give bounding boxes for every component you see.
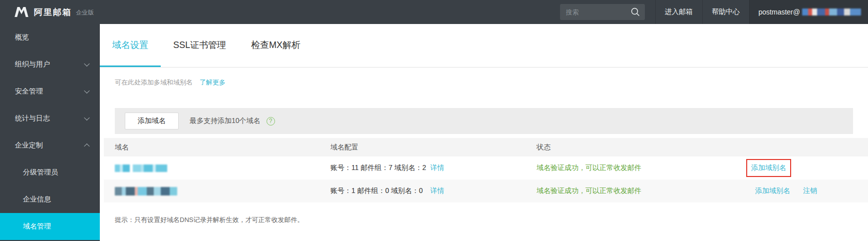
table-row: 账号：11 邮件组：7 域别名：2 详情 域名验证成功，可以正常收发邮件 添加域… (104, 156, 868, 180)
search-icon[interactable] (630, 7, 640, 17)
details-link[interactable]: 详情 (430, 186, 444, 194)
sidebar: 概览 组织与用户 安全管理 统计与日志 企业定制 分级管理员 企业信息 域名管理 (0, 24, 100, 241)
account-email-prefix: postmaster@ (759, 8, 800, 16)
sidebar-item-domain-management[interactable]: 域名管理 (0, 213, 100, 240)
help-center-link[interactable]: 帮助中心 (702, 0, 749, 24)
header-domain-config: 域名配置 (330, 143, 537, 152)
domain-config-summary: 账号：11 邮件组：7 域别名：2 (330, 164, 428, 172)
status-text: 域名验证成功，可以正常收发邮件 (537, 164, 641, 172)
header-domain: 域名 (104, 143, 330, 152)
help-question-icon[interactable]: ? (267, 117, 275, 126)
tab-bar: 域名设置 SSL证书管理 检查MX解析 (100, 24, 868, 68)
details-link[interactable]: 详情 (430, 164, 444, 172)
chevron-down-icon (84, 115, 89, 120)
sidebar-item-overview[interactable]: 概览 (0, 24, 100, 51)
domain-config-summary: 账号：1 邮件组：0 域别名：0 (330, 186, 428, 196)
sidebar-item-enterprise-info[interactable]: 企业信息 (0, 186, 100, 213)
enter-mailbox-link[interactable]: 进入邮箱 (655, 0, 702, 24)
add-domain-alias-link[interactable]: 添加域别名 (751, 164, 786, 172)
highlight-box: 添加域别名 (746, 159, 791, 177)
tab-check-mx[interactable]: 检查MX解析 (239, 24, 313, 67)
sidebar-item-tiered-admins[interactable]: 分级管理员 (0, 159, 100, 186)
tab-domain-settings[interactable]: 域名设置 (100, 24, 161, 67)
table-header-row: 域名 域名配置 状态 (104, 138, 868, 156)
domain-toolbar: 添加域名 最多支持添加10个域名 ? (115, 108, 853, 134)
topbar-spacer (94, 0, 560, 24)
brand: 阿里邮箱 企业版 (0, 0, 94, 24)
redacted-domain-name (115, 164, 167, 172)
dns-tip-text: 提示：只有设置好域名DNS记录并解析生效，才可正常收发邮件。 (115, 216, 868, 224)
domain-table: 域名 域名配置 状态 账号：11 邮件组：7 域别名：2 详情 域名验证成功，可… (104, 138, 868, 202)
tab-ssl-cert-management[interactable]: SSL证书管理 (161, 24, 239, 67)
chevron-down-icon (84, 61, 89, 66)
account-menu[interactable]: postmaster@ (749, 0, 868, 24)
alimail-logo-icon (14, 6, 29, 18)
sidebar-item-org-users[interactable]: 组织与用户 (0, 51, 100, 78)
product-name: 阿里邮箱 (34, 6, 72, 18)
sidebar-item-enterprise-custom[interactable]: 企业定制 (0, 132, 100, 159)
add-domain-button[interactable]: 添加域名 (125, 112, 179, 130)
deregister-domain-link[interactable]: 注销 (803, 186, 817, 196)
search-box (560, 4, 645, 20)
redacted-account-domain (802, 8, 861, 16)
sidebar-item-stats-logs[interactable]: 统计与日志 (0, 105, 100, 132)
topbar: 阿里邮箱 企业版 进入邮箱 帮助中心 postmaster@ (0, 0, 868, 24)
learn-more-link[interactable]: 了解更多 (200, 78, 226, 86)
intro-text: 可在此处添加多域和域别名 (115, 78, 193, 86)
domain-limit-text: 最多支持添加10个域名 (190, 116, 261, 126)
header-status: 状态 (537, 143, 751, 152)
edition-badge: 企业版 (76, 8, 94, 17)
table-row: 账号：1 邮件组：0 域别名：0 详情 域名验证成功，可以正常收发邮件 添加域别… (104, 180, 868, 202)
intro-line: 可在此处添加多域和域别名 了解更多 (115, 78, 868, 87)
chevron-up-icon (84, 144, 89, 149)
status-text: 域名验证成功，可以正常收发邮件 (537, 186, 641, 194)
add-domain-alias-link[interactable]: 添加域别名 (755, 186, 790, 196)
chevron-down-icon (84, 88, 89, 94)
sidebar-item-security[interactable]: 安全管理 (0, 78, 100, 105)
main-content: 域名设置 SSL证书管理 检查MX解析 可在此处添加多域和域别名 了解更多 添加… (100, 24, 868, 241)
redacted-domain-name (115, 187, 177, 196)
